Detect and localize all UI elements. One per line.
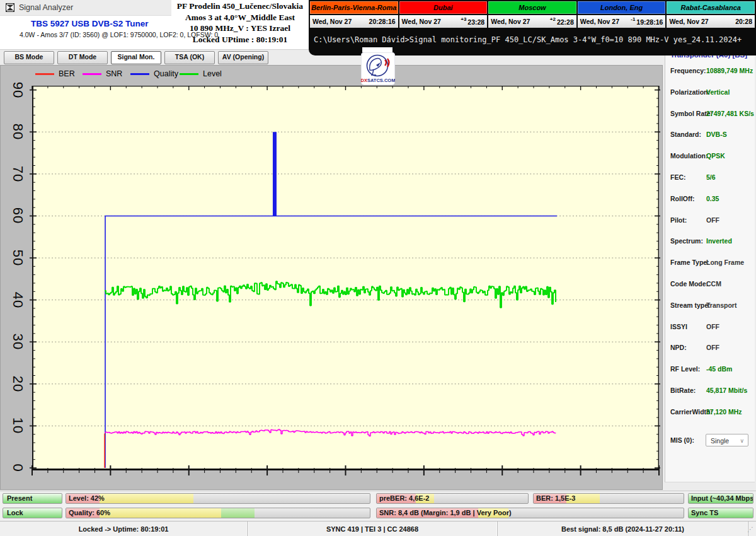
transponder-row: Frame Type:Long Frame xyxy=(665,259,755,269)
legend-swatch-level xyxy=(180,73,198,75)
transponder-row: Spectrum:Inverted xyxy=(665,237,755,247)
console-prompt[interactable]: C:\Users\Roman Dávid>Signal monitoring_P… xyxy=(314,35,742,44)
transponder-row: FEC:5/6 xyxy=(665,173,755,184)
legend-swatch-ber xyxy=(35,73,54,75)
transponder-row: RollOff:0.35 xyxy=(665,195,755,205)
bar-label: Level: 42% xyxy=(69,494,105,503)
preber-bar: preBER: 4,6E-2 xyxy=(376,493,529,504)
tab-tsa-ok[interactable]: TSA (OK) xyxy=(164,51,215,64)
clock-time-4: Wed, Nov 27-119:28:16 xyxy=(578,15,666,28)
ber-bar: BER: 1,5E-3 xyxy=(533,493,684,504)
world-clocks: Berlin-Paris-Vienna-RomaDubaiMoscowLondo… xyxy=(309,0,756,29)
param-value: Inverted xyxy=(706,237,732,245)
legend-label: SNR xyxy=(106,69,122,78)
param-value: DVB-S xyxy=(706,131,727,138)
transponder-sidebar: Transponder (A0) [BS] Frequency:10889,74… xyxy=(665,55,755,482)
clock-hms: 20:28 xyxy=(735,18,752,25)
site-header: PF Prodelin 450_Lučenec/Slovakia Amos 3 … xyxy=(173,1,307,45)
site-line-1: PF Prodelin 450_Lučenec/Slovakia xyxy=(173,1,307,12)
param-value: Transport xyxy=(706,301,736,309)
param-label: FEC: xyxy=(670,173,686,181)
level-bar: Level: 42% xyxy=(66,493,370,504)
clock-date: Wed, Nov 27 xyxy=(669,18,708,25)
param-value: OFF xyxy=(706,323,719,330)
legend-item-level: Level xyxy=(180,69,222,78)
bar-label: SNR: 8,4 dB (Margin: 1,9 dB | Very Poor) xyxy=(379,508,512,518)
clock-hms: -119:28:16 xyxy=(631,17,663,26)
param-label: Code Mode: xyxy=(670,280,708,288)
legend-item-quality: Quality xyxy=(130,69,178,78)
clock-date: Wed, Nov 27 xyxy=(491,18,530,25)
mis-dropdown[interactable]: Single∨ xyxy=(706,434,748,446)
param-value: 5/6 xyxy=(706,173,716,181)
param-value: QPSK xyxy=(706,152,725,160)
header-panel: Signal Analyzer TBS 5927 USB DVB-S2 Tune… xyxy=(0,0,309,50)
resize-grip[interactable]: ⋰ xyxy=(747,528,755,535)
param-label: Frame Type: xyxy=(670,259,709,266)
param-label: Modulation: xyxy=(670,152,707,160)
status-best-signal: Best signal: 8,5 dB (2024-11-27 20:11) xyxy=(498,521,748,536)
status-uptime: Locked -> Uptime: 80:19:01 xyxy=(0,521,248,536)
logo-text-blue: SATCS.COM xyxy=(367,78,395,83)
signal-trend-chart[interactable] xyxy=(32,86,659,470)
clock-time-5: Wed, Nov 2720:28 xyxy=(667,15,755,28)
transponder-row: Modulation:QPSK xyxy=(665,152,755,162)
param-value: 37,120 MHz xyxy=(706,408,742,416)
bar-segment-green xyxy=(221,508,255,518)
legend-swatch-quality xyxy=(130,73,149,75)
param-label: Frequency: xyxy=(670,67,706,74)
tab-av-opening[interactable]: AV (Opening) xyxy=(218,51,268,64)
bar-label: Input (~40,34 Mbps) xyxy=(691,494,753,503)
console-cursor xyxy=(362,47,392,52)
param-label: RollOff: xyxy=(670,195,695,202)
bar-segment-yellow xyxy=(100,508,221,518)
clock-city-5: Rabat-Casablanca xyxy=(667,1,755,14)
legend-swatch-snr xyxy=(83,73,101,75)
quality-bar: Quality: 60% xyxy=(66,508,370,518)
param-label: Stream type: xyxy=(670,301,711,309)
status-sync-counters: SYNC 419 | TEI 3 | CC 24868 xyxy=(248,521,498,536)
clock-utc-offset: +3 xyxy=(461,16,466,22)
transponder-row: Symbol Rate:27497,481 KS/s xyxy=(665,110,755,120)
transponder-row: Pilot:OFF xyxy=(665,216,755,226)
bar-label: Quality: 60% xyxy=(69,508,110,518)
clock-date: Wed, Nov 27 xyxy=(312,18,352,25)
transponder-row: Polarization:Vertical xyxy=(665,88,755,98)
mode-tabs: BS ModeDT ModeSignal Mon.TSA (OK)AV (Ope… xyxy=(4,51,268,64)
y-tick-label-80: 80 xyxy=(3,123,32,141)
legend-label: Level xyxy=(203,69,222,78)
y-tick-label-0: 0 xyxy=(3,459,32,477)
param-value: 0.35 xyxy=(706,195,719,202)
tab-signal-mon[interactable]: Signal Mon. xyxy=(111,51,161,64)
transponder-row: RF Level:-45 dBm xyxy=(665,365,755,375)
y-tick-label-60: 60 xyxy=(3,207,32,224)
legend-label: Quality xyxy=(154,69,178,78)
clock-hms: +323:28 xyxy=(461,17,484,26)
chevron-down-icon: ∨ xyxy=(740,434,744,447)
param-value: OFF xyxy=(706,344,719,351)
transponder-row: NPD:OFF xyxy=(665,344,755,354)
clock-city-3: Moscow xyxy=(488,1,576,14)
param-label: RF Level: xyxy=(670,365,700,373)
clock-time-2: Wed, Nov 27+323:28 xyxy=(399,15,488,28)
syncts-bar: Sync TS xyxy=(688,508,753,518)
tab-dt-mode[interactable]: DT Mode xyxy=(57,51,108,64)
console-window: Berlin-Paris-Vienna-RomaDubaiMoscowLondo… xyxy=(309,0,756,55)
bar-segment-yellow xyxy=(100,494,193,503)
param-value: 27497,481 KS/s xyxy=(706,110,754,117)
y-tick-label-30: 30 xyxy=(3,333,32,351)
titlebar: Signal Analyzer xyxy=(0,0,171,16)
legend-label: BER xyxy=(59,69,75,78)
status-bars-panel: PresentLockLevel: 42%preBER: 4,6E-2BER: … xyxy=(0,491,756,521)
param-value: Vertical xyxy=(706,88,730,96)
tab-bs-mode[interactable]: BS Mode xyxy=(4,51,54,64)
input-bar: Input (~40,34 Mbps) xyxy=(688,493,753,504)
param-value: OFF xyxy=(706,216,719,224)
chart-panel: BERSNRQualityLevel 0102030405060708090 xyxy=(0,65,663,490)
param-label: Pilot: xyxy=(670,216,687,224)
transponder-row: BitRate:45,817 Mbit/s xyxy=(665,387,755,397)
legend-item-ber: BER xyxy=(35,69,75,78)
clock-utc-offset: -1 xyxy=(631,16,635,22)
param-label: BitRate: xyxy=(670,387,696,394)
clock-utc-offset: +2 xyxy=(550,16,556,22)
